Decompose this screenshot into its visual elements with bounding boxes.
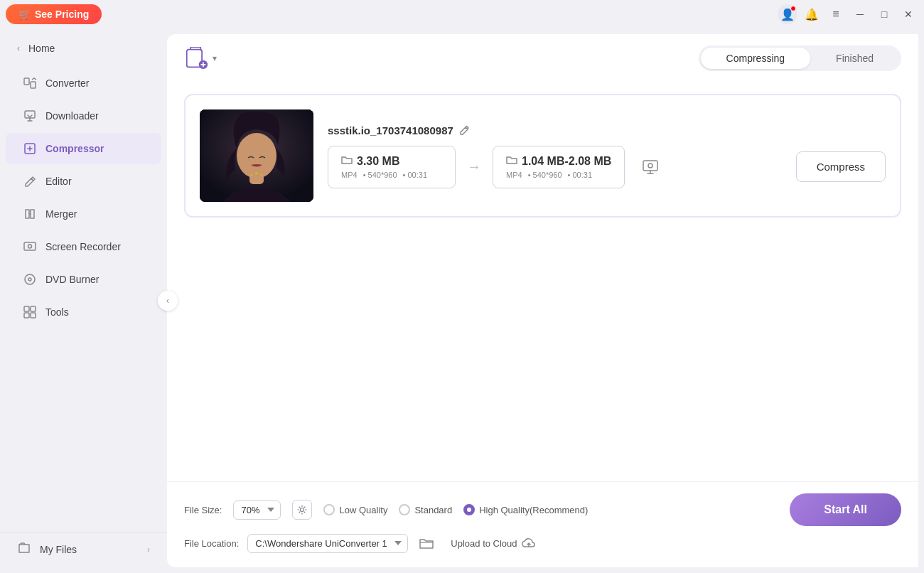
sidebar-merger-label: Merger <box>45 208 77 220</box>
sidebar-downloader-label: Downloader <box>45 110 99 122</box>
maximize-button[interactable]: □ <box>874 4 894 24</box>
svg-rect-1 <box>31 82 36 88</box>
sidebar-item-downloader[interactable]: Downloader <box>6 100 161 132</box>
tab-compressing[interactable]: Compressing <box>701 48 810 69</box>
sidebar-tools-label: Tools <box>45 306 69 318</box>
svg-point-24 <box>301 508 304 512</box>
minimize-button[interactable]: ─ <box>850 4 870 24</box>
svg-point-21 <box>261 174 263 176</box>
svg-rect-22 <box>643 161 657 171</box>
sidebar-item-tools[interactable]: Tools <box>6 296 161 328</box>
notification-badge <box>790 6 796 11</box>
svg-point-5 <box>28 245 32 248</box>
tools-icon <box>23 305 37 319</box>
bottom-bar: File Size: 70% 50% 80% 90% Low <box>167 481 918 567</box>
low-quality-radio[interactable] <box>323 504 335 515</box>
svg-point-7 <box>28 278 31 281</box>
tab-group: Compressing Finished <box>699 45 901 71</box>
quality-standard-option[interactable]: Standard <box>399 504 452 515</box>
sidebar-item-merger[interactable]: Merger <box>6 198 161 230</box>
original-size-value: 3.30 MB <box>341 155 442 168</box>
close-button[interactable]: ✕ <box>898 4 918 24</box>
sidebar-home-label: Home <box>28 43 55 54</box>
target-size-box: 1.04 MB-2.08 MB MP4 540*960 00:31 <box>493 146 625 188</box>
low-quality-label: Low Quality <box>339 505 387 515</box>
thumbnail-image <box>200 109 313 202</box>
target-size-value: 1.04 MB-2.08 MB <box>506 155 611 168</box>
titlebar-icons: 👤 🔔 ≡ ─ □ ✕ <box>778 4 918 24</box>
sidebar-item-editor[interactable]: Editor <box>6 166 161 197</box>
sidebar-compressor-label: Compressor <box>45 143 104 154</box>
downloader-icon <box>23 109 37 123</box>
dvd-burner-icon <box>23 272 37 286</box>
converter-icon <box>23 76 37 90</box>
file-size-select[interactable]: 70% 50% 80% 90% <box>233 500 281 520</box>
folder-icon <box>341 155 353 167</box>
high-quality-radio[interactable] <box>463 504 475 515</box>
file-name: ssstik.io_1703741080987 <box>328 124 453 136</box>
topbar: ▾ Compressing Finished <box>167 34 918 82</box>
compress-button[interactable]: Compress <box>796 151 886 182</box>
add-file-icon <box>184 45 210 71</box>
file-card: ssstik.io_1703741080987 <box>184 94 901 218</box>
sidebar-converter-label: Converter <box>45 77 89 89</box>
sidebar-item-compressor[interactable]: Compressor <box>6 133 161 164</box>
file-location-label: File Location: <box>184 538 239 549</box>
bell-icon[interactable]: 🔔 <box>802 4 822 24</box>
bottom-row-location: File Location: C:\Wondershare UniConvert… <box>184 533 901 553</box>
screen-recorder-icon <box>23 240 37 254</box>
start-all-button[interactable]: Start All <box>790 493 901 526</box>
standard-quality-radio[interactable] <box>399 504 410 515</box>
see-pricing-button[interactable]: 🛒 See Pricing <box>6 4 102 24</box>
cart-icon: 🛒 <box>18 9 31 20</box>
standard-quality-label: Standard <box>414 505 452 515</box>
bottom-row-quality: File Size: 70% 50% 80% 90% Low <box>184 493 901 526</box>
sidebar-item-my-files[interactable]: My Files › <box>0 532 167 566</box>
sidebar-spacer <box>0 328 167 532</box>
user-icon[interactable]: 👤 <box>778 4 797 24</box>
sidebar-editor-label: Editor <box>45 176 72 187</box>
file-info: ssstik.io_1703741080987 <box>328 124 886 188</box>
upload-to-cloud-button[interactable]: Upload to Cloud <box>451 537 535 550</box>
open-folder-icon[interactable] <box>417 533 436 553</box>
sidebar: ‹ Home Converter Download <box>0 28 167 573</box>
sidebar-dvd-burner-label: DVD Burner <box>45 274 99 285</box>
app-body: ‹ Home Converter Download <box>0 28 924 573</box>
svg-point-20 <box>251 174 253 176</box>
upload-cloud-label: Upload to Cloud <box>451 538 517 549</box>
sidebar-screen-recorder-label: Screen Recorder <box>45 241 121 252</box>
file-location-select[interactable]: C:\Wondershare UniConverter 1 <box>247 534 408 553</box>
arrow-right-icon: → <box>467 159 481 175</box>
quality-low-option[interactable]: Low Quality <box>323 504 387 515</box>
collapse-sidebar-button[interactable]: ‹ <box>158 291 178 311</box>
svg-rect-0 <box>24 78 29 85</box>
svg-rect-4 <box>24 242 36 250</box>
sidebar-item-converter[interactable]: Converter <box>6 68 161 99</box>
compress-settings-icon[interactable] <box>636 153 665 181</box>
svg-point-18 <box>237 133 276 178</box>
tab-finished[interactable]: Finished <box>810 48 899 69</box>
chevron-left-icon: ‹ <box>17 43 20 53</box>
merger-icon <box>23 207 37 221</box>
add-file-chevron-icon: ▾ <box>213 53 217 63</box>
high-quality-label: High Quality(Recommend) <box>479 505 588 515</box>
sidebar-item-dvd-burner[interactable]: DVD Burner <box>6 264 161 295</box>
sidebar-item-home[interactable]: ‹ Home <box>0 36 167 61</box>
edit-filename-icon[interactable] <box>459 124 471 137</box>
file-thumbnail <box>200 109 313 202</box>
svg-rect-11 <box>31 313 36 318</box>
main-content: ▾ Compressing Finished <box>167 34 918 567</box>
svg-rect-8 <box>24 306 29 311</box>
quality-settings-icon[interactable] <box>292 500 312 520</box>
svg-point-23 <box>648 164 652 168</box>
svg-point-6 <box>25 274 35 284</box>
add-file-button[interactable]: ▾ <box>184 45 217 71</box>
original-size-box: 3.30 MB MP4 540*960 00:31 <box>328 146 456 188</box>
sidebar-my-files-label: My Files <box>40 544 77 555</box>
svg-point-19 <box>255 172 258 175</box>
menu-icon[interactable]: ≡ <box>826 4 846 24</box>
original-size-meta: MP4 540*960 00:31 <box>341 171 442 179</box>
my-files-icon <box>17 541 31 557</box>
sidebar-item-screen-recorder[interactable]: Screen Recorder <box>6 231 161 262</box>
quality-high-option[interactable]: High Quality(Recommend) <box>463 504 588 515</box>
